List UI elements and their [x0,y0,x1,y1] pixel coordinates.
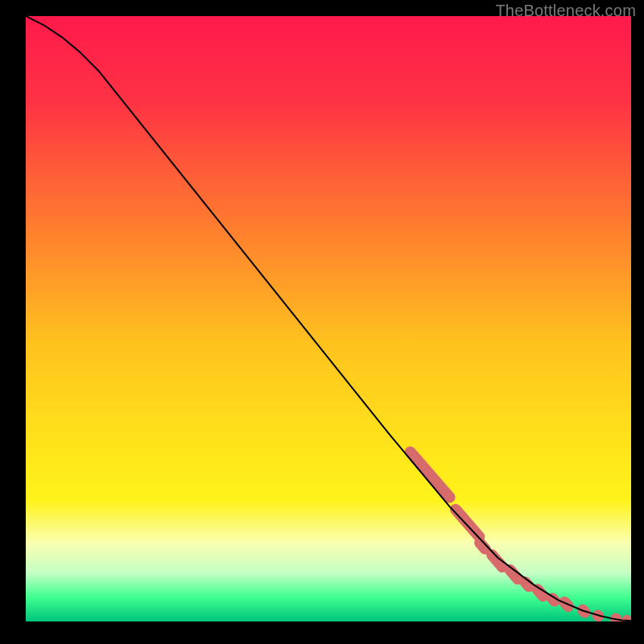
data-marker [456,510,479,537]
data-marker [411,452,450,497]
attribution-text: TheBottleneck.com [495,2,636,20]
curve-line [26,16,631,621]
chart-svg [26,16,631,621]
data-marker [552,598,555,601]
marker-group [411,452,627,621]
data-marker [525,582,529,586]
plot-area [26,16,631,621]
chart-stage: TheBottleneck.com [0,0,644,644]
